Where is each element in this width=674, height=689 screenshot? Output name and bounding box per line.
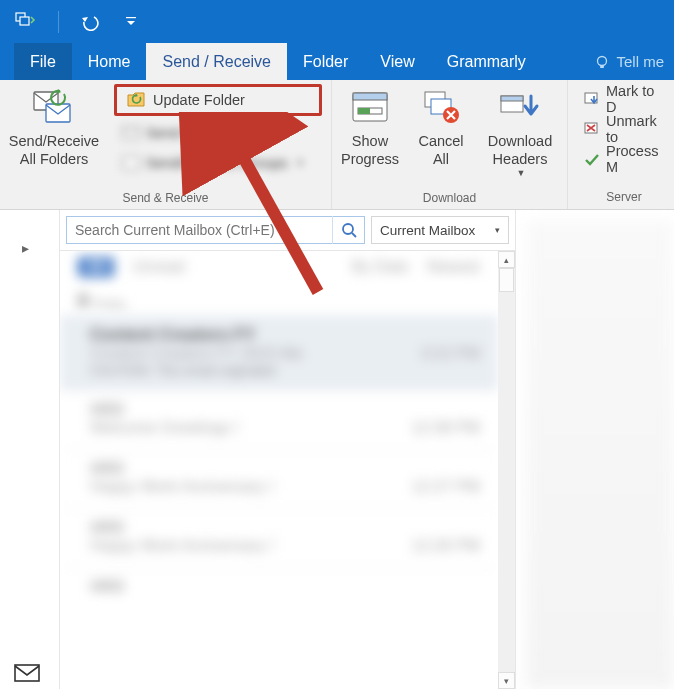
process-marked-headers-button[interactable]: Process M: [580, 146, 668, 172]
lightbulb-icon: [594, 54, 610, 70]
qat-separator: [58, 11, 59, 33]
download-headers-icon: [499, 86, 541, 130]
ribbon: Send/Receive All Folders Update Folder S…: [0, 80, 674, 210]
chevron-down-icon: ▼: [296, 158, 305, 168]
update-folder-icon: [127, 91, 147, 109]
scroll-up-button[interactable]: ▴: [498, 251, 515, 268]
tab-folder[interactable]: Folder: [287, 43, 364, 80]
group-label-send-receive: Send & Receive: [0, 191, 331, 209]
svg-rect-6: [46, 104, 70, 122]
tab-send-receive[interactable]: Send / Receive: [146, 43, 287, 80]
svg-rect-1: [20, 17, 29, 25]
show-progress-button[interactable]: Show Progress: [332, 80, 408, 191]
download-headers-button[interactable]: Download Headers ▼: [474, 80, 566, 191]
date-group-header: Today: [60, 285, 498, 315]
send-receive-all-icon: [30, 86, 78, 130]
svg-point-21: [343, 224, 353, 234]
svg-rect-7: [123, 127, 139, 139]
cancel-all-button[interactable]: Cancel All: [408, 80, 474, 191]
svg-rect-20: [15, 665, 39, 681]
tab-grammarly[interactable]: Grammarly: [431, 43, 542, 80]
search-scope-dropdown[interactable]: Current Mailbox ▾: [371, 216, 509, 244]
mark-to-download-icon: [584, 92, 600, 106]
ribbon-tabs: File Home Send / Receive Folder View Gra…: [0, 43, 674, 80]
reading-pane: [515, 210, 674, 689]
tab-file[interactable]: File: [14, 43, 72, 80]
message-item[interactable]: HRD Happy Work Anniversary !12:26 PM: [60, 509, 498, 568]
message-item[interactable]: HRD: [60, 568, 498, 608]
process-marked-icon: [584, 152, 600, 166]
qat-customize-dropdown[interactable]: [123, 8, 139, 36]
scroll-thumb[interactable]: [499, 268, 514, 292]
svg-rect-4: [601, 65, 605, 68]
unmark-to-download-icon: [584, 122, 600, 136]
cancel-all-icon: [421, 86, 461, 130]
message-item[interactable]: HRD Happy Work Anniversary !12:27 PM: [60, 450, 498, 509]
send-receive-qat-button[interactable]: [12, 8, 40, 36]
search-button[interactable]: [332, 216, 364, 244]
svg-rect-2: [126, 17, 136, 18]
mail-module-icon[interactable]: [14, 663, 40, 683]
svg-rect-10: [353, 93, 387, 100]
send-receive-groups-icon: [122, 156, 140, 170]
chevron-down-icon: ▾: [495, 225, 500, 235]
svg-point-3: [598, 56, 607, 65]
unmark-to-download-button[interactable]: Unmark to: [580, 116, 668, 142]
tell-me-input[interactable]: Tell me: [580, 43, 674, 80]
message-item[interactable]: Content Creators FY Content Creators FY …: [60, 315, 498, 391]
mark-to-download-button[interactable]: Mark to D: [580, 86, 668, 112]
quick-access-toolbar: [0, 0, 674, 43]
send-receive-groups-button[interactable]: Send/Receive Groups ▼: [114, 150, 322, 176]
message-list-pane: Current Mailbox ▾ All Unread By Date New…: [60, 210, 515, 689]
expand-nav-icon[interactable]: ▸: [22, 240, 29, 256]
group-label-download: Download: [332, 191, 567, 209]
filter-bar[interactable]: All Unread By Date Newest: [60, 253, 498, 285]
chevron-down-icon: ▼: [517, 168, 526, 178]
svg-rect-12: [358, 108, 370, 114]
collapsed-nav-pane: ▸: [0, 210, 60, 689]
undo-button[interactable]: [77, 8, 105, 36]
send-all-button[interactable]: Send All: [114, 120, 322, 146]
message-item[interactable]: HRD Welcome Greetings !12:38 PM: [60, 391, 498, 450]
send-all-icon: [122, 126, 140, 140]
tab-view[interactable]: View: [364, 43, 430, 80]
search-icon: [341, 222, 357, 238]
tab-home[interactable]: Home: [72, 43, 147, 80]
send-receive-all-folders-button[interactable]: Send/Receive All Folders: [0, 80, 108, 191]
search-box[interactable]: [66, 216, 365, 244]
search-input[interactable]: [67, 222, 332, 238]
group-label-server: Server: [574, 190, 674, 209]
update-folder-button[interactable]: Update Folder: [114, 84, 322, 116]
scrollbar[interactable]: ▴ ▾: [498, 251, 515, 689]
send-receive-all-label: Send/Receive All Folders: [9, 132, 99, 168]
content-area: ▸ Current Mailbox ▾ All Unread B: [0, 210, 674, 689]
show-progress-icon: [350, 86, 390, 130]
scroll-down-button[interactable]: ▾: [498, 672, 515, 689]
svg-rect-8: [123, 157, 139, 169]
svg-rect-17: [501, 96, 523, 101]
